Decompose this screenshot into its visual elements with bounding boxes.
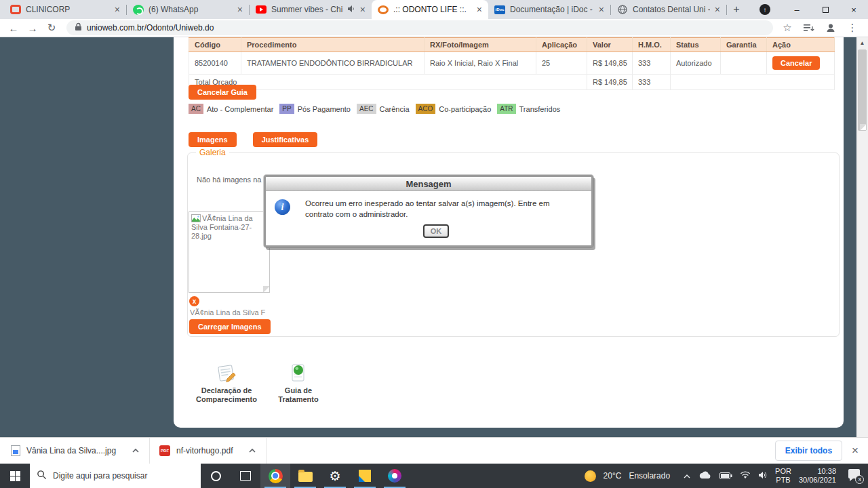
total-empty	[671, 75, 835, 90]
bookmark-star-icon[interactable]: ☆	[778, 20, 796, 36]
scroll-up-icon[interactable]: ▲	[856, 37, 868, 46]
cortana-button[interactable]	[201, 464, 231, 488]
close-icon[interactable]: ×	[237, 5, 243, 14]
cancelar-button[interactable]: Cancelar	[772, 56, 820, 70]
page-viewport: Código Procedimento RX/Foto/Imagem Aplic…	[0, 37, 868, 437]
scrollbar-thumb[interactable]	[858, 49, 867, 131]
browser-update-icon[interactable]: ↑	[760, 4, 770, 15]
image-thumbnail[interactable]: VÃ¢nia Lina da Silva Fontaina-27-28.jpg	[189, 211, 270, 293]
paint-3d-icon	[388, 469, 401, 483]
close-icon[interactable]: ×	[715, 5, 720, 14]
remove-image-icon[interactable]: x	[189, 296, 199, 306]
total-row: Total Orçado R$ 149,85 333	[189, 75, 835, 90]
doc-label-line: Comparecimento	[187, 395, 266, 404]
col-garantia: Garantia	[721, 38, 767, 52]
close-icon[interactable]: ×	[477, 5, 482, 14]
reading-list-icon[interactable]	[800, 20, 818, 36]
cell-codigo: 85200140	[189, 52, 241, 75]
back-icon[interactable]: ←	[4, 22, 23, 34]
address-bar[interactable]: unioweb.com.br/Odonto/Uniweb.do	[66, 20, 773, 35]
maximize-icon	[823, 7, 829, 13]
taskbar-paint3d-button[interactable]	[380, 464, 410, 488]
image-file-icon	[11, 445, 20, 456]
notepad-pencil-icon	[187, 361, 266, 384]
close-icon[interactable]: ×	[115, 5, 120, 14]
dialog-title: Mensagem	[266, 177, 591, 191]
col-procedimento: Procedimento	[241, 38, 425, 52]
weather-temp[interactable]: 20°C	[604, 471, 622, 481]
close-window-button[interactable]: ×	[840, 0, 868, 19]
forward-icon[interactable]: →	[23, 22, 42, 34]
galeria-title: Galeria	[196, 148, 229, 157]
refresh-icon[interactable]: ↻	[42, 22, 61, 34]
scrollbar[interactable]: ▲	[856, 37, 868, 437]
url-text[interactable]: unioweb.com.br/Odonto/Uniweb.do	[87, 23, 214, 33]
close-icon[interactable]: ×	[360, 5, 366, 14]
tab-odonto-life-active[interactable]: .:: ODONTO LIFE ::. ×	[372, 0, 488, 19]
justificativas-button[interactable]: Justificativas	[253, 132, 318, 147]
tab-title: Summer vibes - Chill mus	[271, 5, 342, 14]
tab-youtube[interactable]: Summer vibes - Chill mus ×	[250, 0, 372, 19]
chevron-up-icon[interactable]	[132, 448, 140, 453]
tab-title: Contatos Dental Uni - Plano C	[633, 5, 710, 14]
taskbar-search-input[interactable]: Digite aqui para pesquisar	[30, 464, 201, 488]
close-icon[interactable]: ×	[599, 5, 604, 14]
tab-clinicorp[interactable]: CLINICORP ×	[4, 0, 126, 19]
show-all-downloads-button[interactable]: Exibir todos	[775, 441, 842, 461]
battery-icon[interactable]	[719, 470, 732, 482]
legend-label: Ato - Complementar	[207, 105, 273, 113]
downloads-bar: Vânia Lina da Silva....jpg PDF nf-vitorh…	[0, 437, 868, 464]
cell-valor: R$ 149,85	[587, 52, 633, 75]
taskbar-settings-button[interactable]: ⚙	[320, 464, 350, 488]
youtube-favicon	[256, 5, 267, 14]
language-line: POR	[775, 467, 791, 476]
tab-whatsapp[interactable]: (6) WhatsApp ×	[127, 0, 249, 19]
task-view-button[interactable]	[231, 464, 260, 488]
doc-label-line: Guia de	[274, 386, 323, 395]
taskbar-explorer-button[interactable]	[290, 464, 320, 488]
chevron-up-icon[interactable]	[248, 448, 256, 453]
ok-button[interactable]: OK	[423, 224, 450, 238]
download-item-jpg[interactable]: Vânia Lina da Silva....jpg	[0, 438, 150, 464]
col-rx: RX/Foto/Imagem	[425, 38, 536, 52]
declaracao-comparecimento-link[interactable]: Declaração de Comparecimento	[187, 361, 266, 404]
speaker-icon	[347, 5, 355, 15]
clock[interactable]: 10:38 30/06/2021	[799, 467, 836, 485]
doc-label-line: Tratamento	[274, 395, 323, 404]
volume-icon[interactable]	[758, 470, 768, 482]
tab-contatos[interactable]: Contatos Dental Uni - Plano C ×	[611, 0, 726, 19]
tab-title: CLINICORP	[26, 5, 110, 14]
imagens-button[interactable]: Imagens	[189, 132, 237, 147]
cancelar-guia-button[interactable]: Cancelar Guia	[189, 85, 256, 100]
weather-desc[interactable]: Ensolarado	[629, 471, 670, 481]
guia-tratamento-link[interactable]: Guia de Tratamento	[274, 361, 323, 404]
tray-expand-icon[interactable]	[683, 470, 691, 482]
tab-title: (6) WhatsApp	[149, 5, 233, 14]
taskbar-chrome-button[interactable]	[260, 464, 290, 488]
taskbar-notes-button[interactable]	[350, 464, 380, 488]
download-filename[interactable]: nf-vitorhugo.pdf	[176, 446, 233, 455]
language-indicator[interactable]: POR PTB	[775, 467, 791, 485]
download-filename[interactable]: Vânia Lina da Silva....jpg	[26, 446, 116, 455]
tab-title: Documentação | iDoc - Radio	[510, 5, 594, 14]
total-valor: R$ 149,85	[587, 75, 633, 90]
start-button[interactable]	[0, 464, 30, 488]
maximize-button[interactable]	[811, 0, 840, 19]
download-item-pdf[interactable]: PDF nf-vitorhugo.pdf	[150, 438, 267, 464]
cell-aplicacao: 25	[536, 52, 587, 75]
onedrive-cloud-icon[interactable]	[698, 470, 712, 482]
close-downloads-icon[interactable]: ×	[852, 444, 859, 458]
minimize-button[interactable]: –	[783, 0, 811, 19]
document-globe-icon	[274, 361, 323, 384]
badge-atr: ATR	[497, 104, 515, 114]
weather-sun-icon[interactable]	[585, 470, 596, 482]
cell-garantia	[721, 52, 767, 75]
carregar-imagens-button[interactable]: Carregar Imagens	[189, 319, 271, 334]
new-tab-button[interactable]: +	[727, 0, 746, 19]
tab-idoc[interactable]: iDoc Documentação | iDoc - Radio ×	[488, 0, 610, 19]
menu-icon[interactable]: ⋮	[844, 20, 861, 36]
sticky-notes-icon	[359, 470, 371, 482]
action-center-icon[interactable]: 3	[846, 469, 861, 483]
wifi-icon[interactable]	[740, 470, 751, 482]
profile-avatar-icon[interactable]	[822, 20, 840, 36]
